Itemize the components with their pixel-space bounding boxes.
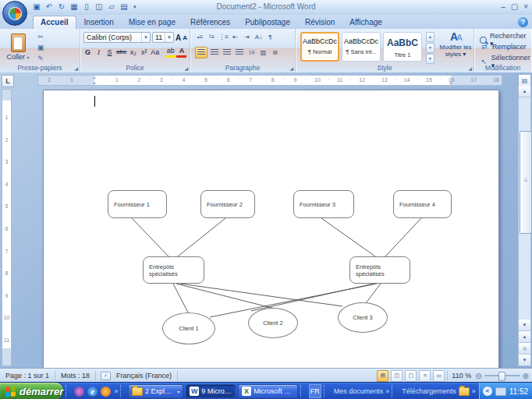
cut-icon[interactable]: ✂ — [34, 32, 47, 42]
show-formatting-icon[interactable]: ¶ — [265, 32, 275, 42]
justify-button[interactable] — [234, 48, 245, 58]
left-indent-marker[interactable]: ▲ — [93, 80, 97, 85]
style-scroll-up-icon[interactable]: ▲ — [426, 32, 434, 42]
ruler-toggle-button[interactable]: ▤ — [518, 74, 531, 87]
task-excel[interactable]: X Microsoft Excel ... — [238, 384, 298, 398]
fournisseur-4-shape[interactable]: Fournisseur 4 — [393, 190, 452, 218]
minimize-button[interactable]: – — [501, 2, 505, 12]
line-spacing-icon[interactable]: ↕≡ — [246, 48, 257, 58]
scrollbar-thumb[interactable] — [520, 131, 532, 234]
toolbar-mes-documents[interactable]: Mes documents » — [334, 387, 390, 395]
redo-icon[interactable]: ↻ — [56, 2, 67, 12]
horizontal-ruler[interactable]: ▼ ▲ ▲ 211·2·3·4·5·6·7·8·9·10·11·12·13·14… — [37, 75, 502, 86]
dialog-launcher-icon[interactable]: ◢ — [74, 65, 78, 71]
internet-explorer-icon[interactable]: e — [87, 387, 98, 397]
scroll-down-icon[interactable]: ▼ — [519, 320, 530, 331]
quick-launch-icon-2[interactable] — [101, 387, 111, 397]
style-normal[interactable]: AaBbCcDc ¶ Normal — [300, 32, 339, 62]
reading-view-icon[interactable]: ◫ — [391, 370, 403, 382]
borders-icon[interactable]: ⊞ — [270, 48, 280, 58]
tab-publipostage[interactable]: Publipostage — [238, 16, 297, 29]
font-name-combo[interactable]: Calibri (Corps) ▼ — [83, 32, 151, 43]
zoom-slider-thumb[interactable] — [498, 372, 505, 381]
tab-affichage[interactable]: Affichage — [342, 16, 389, 29]
language-bar-hide-icon[interactable]: < — [483, 387, 492, 396]
shrink-font-icon[interactable]: A — [183, 34, 187, 41]
word-count[interactable]: Mots : 18 — [55, 372, 95, 380]
client-1-shape[interactable]: Client 1 — [162, 312, 215, 344]
zoom-slider[interactable] — [484, 375, 520, 376]
style-gallery-more-icon[interactable]: ▼ — [426, 54, 434, 64]
client-2-shape[interactable]: Client 2 — [248, 308, 298, 338]
undo-icon[interactable]: ↶ — [44, 2, 55, 12]
highlight-button[interactable]: ab — [165, 47, 176, 58]
start-button[interactable]: démarrer — [0, 383, 63, 399]
italic-button[interactable]: I — [94, 47, 104, 58]
close-button[interactable]: × — [523, 2, 528, 12]
modify-styles-button[interactable]: AA Modifier les styles ▾ — [438, 31, 473, 58]
print-icon[interactable]: ▤ — [119, 2, 129, 12]
align-right-button[interactable] — [222, 48, 232, 58]
superscript-button[interactable]: x² — [139, 47, 149, 58]
decrease-indent-icon[interactable]: ⇤ — [230, 32, 240, 42]
web-layout-view-icon[interactable]: ▢ — [405, 370, 417, 382]
font-size-combo[interactable]: 11 ▼ — [152, 32, 174, 43]
zoom-in-icon[interactable]: ⊕ — [523, 372, 529, 380]
draw-table-icon[interactable]: ▦ — [69, 2, 80, 12]
spellcheck-icon[interactable]: ✓ — [101, 372, 111, 380]
page-indicator[interactable]: Page : 1 sur 1 — [0, 372, 55, 380]
increase-indent-icon[interactable]: ⇥ — [242, 32, 252, 42]
fournisseur-1-shape[interactable]: Fournisseur 1 — [108, 190, 167, 218]
language-bar[interactable]: FR — [309, 384, 321, 398]
font-color-button[interactable]: A — [176, 47, 186, 58]
previous-page-icon[interactable]: ▲ — [519, 331, 530, 343]
tab-revision[interactable]: Révision — [298, 16, 342, 29]
customize-qat-icon[interactable]: ▾ — [133, 4, 137, 10]
save-icon[interactable]: ▣ — [31, 2, 42, 12]
tab-references[interactable]: Références — [183, 16, 237, 29]
outline-view-icon[interactable]: ≡ — [419, 370, 431, 382]
font-size-dropdown-icon[interactable]: ▼ — [165, 33, 173, 42]
entrepots-specialises-2-shape[interactable]: Entrepôts spécialisés — [349, 256, 410, 284]
underline-button[interactable]: S — [105, 47, 115, 58]
zoom-level[interactable]: 110 % — [452, 372, 471, 380]
strikethrough-button[interactable]: abe — [115, 47, 127, 58]
fournisseur-2-shape[interactable]: Fournisseur 2 — [200, 190, 255, 218]
vertical-ruler[interactable]: 1234567891011 — [2, 89, 12, 366]
toolbar-telechargements[interactable]: Téléchargements » — [402, 387, 476, 396]
dialog-launcher-icon[interactable]: ◢ — [468, 65, 472, 71]
print-layout-view-icon[interactable]: ▤ — [377, 370, 388, 382]
help-icon[interactable]: ? — [518, 17, 528, 27]
tray-device-icon[interactable] — [495, 387, 506, 396]
restore-button[interactable]: ▢ — [511, 2, 518, 12]
align-center-button[interactable] — [209, 48, 220, 58]
dialog-launcher-icon[interactable]: ◢ — [289, 65, 293, 71]
copy-icon[interactable]: ▣ — [34, 43, 47, 53]
paste-button[interactable]: Coller ▾ — [4, 32, 32, 66]
quick-launch-overflow-icon[interactable]: » — [114, 387, 118, 395]
task-group-dropdown-icon[interactable]: ▾ — [177, 389, 179, 394]
office-button[interactable] — [2, 1, 27, 26]
toolbar-overflow-icon[interactable]: » — [385, 387, 389, 395]
bold-button[interactable]: G — [83, 47, 93, 58]
bullets-icon[interactable]: •≡ — [195, 32, 205, 42]
document-page[interactable]: Fournisseur 1Fournisseur 2Fournisseur 3F… — [43, 90, 499, 368]
sort-icon[interactable]: A↓ — [254, 32, 264, 42]
task-word-active[interactable]: W 9 Microsoft Of... — [186, 384, 236, 398]
style-titre-1[interactable]: AaBbC Titre 1 — [383, 32, 422, 62]
numbering-icon[interactable]: ¹≡ — [207, 32, 217, 42]
language-indicator[interactable]: Français (France) — [111, 372, 177, 380]
task-explorer[interactable]: 2 Explorateur ... ▾ — [128, 384, 183, 398]
style-sans-interligne[interactable]: AaBbCcDc ¶ Sans int... — [342, 32, 381, 62]
fournisseur-3-shape[interactable]: Fournisseur 3 — [293, 190, 354, 218]
print-preview-icon[interactable]: ◫ — [94, 2, 105, 12]
new-document-icon[interactable]: ▯ — [81, 2, 92, 12]
draft-view-icon[interactable]: ▭ — [433, 370, 445, 382]
format-painter-icon[interactable]: ✎ — [34, 54, 47, 64]
subscript-button[interactable]: x₂ — [128, 47, 138, 58]
tab-stop-selector[interactable]: L — [2, 75, 14, 87]
quick-launch-icon-1[interactable] — [74, 387, 84, 397]
shading-icon[interactable]: ▨ — [258, 48, 268, 58]
change-case-button[interactable]: Aa — [150, 47, 160, 58]
tab-mise-en-page[interactable]: Mise en page — [122, 16, 183, 29]
